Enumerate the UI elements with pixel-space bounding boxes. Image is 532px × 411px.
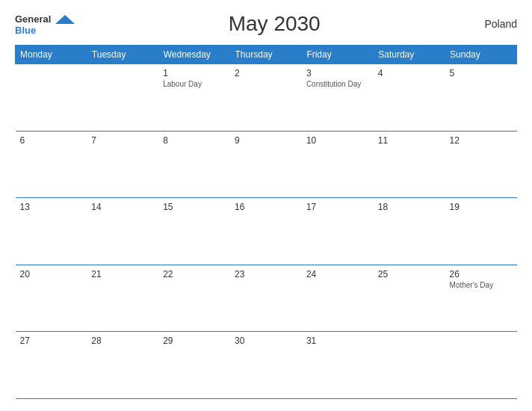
day-number: 12 bbox=[450, 135, 513, 146]
day-number: 10 bbox=[306, 135, 369, 146]
calendar-cell bbox=[445, 332, 517, 399]
calendar-cell: 19 bbox=[445, 198, 517, 265]
day-number: 15 bbox=[163, 202, 226, 212]
calendar-cell: 8 bbox=[158, 131, 230, 198]
calendar-cell: 3Constitution Day bbox=[302, 64, 374, 132]
day-number: 27 bbox=[20, 336, 83, 346]
day-number: 29 bbox=[163, 336, 226, 346]
day-number: 22 bbox=[163, 269, 226, 279]
header-tuesday: Tuesday bbox=[87, 46, 158, 64]
day-number: 30 bbox=[235, 336, 297, 346]
day-number: 13 bbox=[20, 202, 83, 212]
calendar-cell: 6 bbox=[16, 131, 87, 198]
calendar-cell: 14 bbox=[87, 198, 158, 265]
calendar-week-row: 1Labour Day23Constitution Day45 bbox=[16, 64, 517, 132]
calendar-cell: 17 bbox=[302, 198, 374, 265]
calendar-cell: 20 bbox=[16, 265, 87, 332]
month-title: May 2030 bbox=[76, 12, 472, 36]
day-number: 4 bbox=[378, 68, 441, 78]
calendar-cell: 21 bbox=[87, 265, 158, 332]
weekday-header-row: Monday Tuesday Wednesday Thursday Friday… bbox=[16, 46, 517, 64]
header-saturday: Saturday bbox=[374, 46, 445, 64]
calendar-cell: 24 bbox=[302, 265, 374, 332]
day-number: 8 bbox=[163, 135, 226, 146]
calendar-cell: 23 bbox=[230, 265, 302, 332]
day-number: 25 bbox=[378, 269, 441, 279]
day-number: 16 bbox=[235, 202, 297, 212]
calendar: Monday Tuesday Wednesday Thursday Friday… bbox=[15, 45, 517, 399]
logo-flag-icon bbox=[54, 13, 76, 25]
calendar-cell: 15 bbox=[158, 198, 230, 265]
calendar-cell: 29 bbox=[158, 332, 230, 399]
calendar-cell: 12 bbox=[445, 131, 517, 198]
calendar-cell: 10 bbox=[302, 131, 374, 198]
day-number: 20 bbox=[20, 269, 83, 279]
calendar-cell: 2 bbox=[230, 64, 302, 132]
calendar-week-row: 6789101112 bbox=[16, 131, 517, 198]
calendar-cell: 13 bbox=[16, 198, 87, 265]
header: General Blue May 2030 Poland bbox=[15, 12, 517, 36]
header-monday: Monday bbox=[16, 46, 87, 64]
day-number: 28 bbox=[91, 336, 154, 346]
calendar-week-row: 13141516171819 bbox=[16, 198, 517, 265]
country-label: Poland bbox=[472, 18, 517, 30]
calendar-cell: 1Labour Day bbox=[158, 64, 230, 132]
calendar-cell: 28 bbox=[87, 332, 158, 399]
day-number: 19 bbox=[450, 202, 513, 212]
day-number: 6 bbox=[20, 135, 83, 146]
calendar-cell: 25 bbox=[374, 265, 445, 332]
day-number: 31 bbox=[306, 336, 369, 346]
logo-blue-text: Blue bbox=[15, 25, 36, 35]
day-number: 18 bbox=[378, 202, 441, 212]
calendar-cell: 4 bbox=[374, 64, 445, 132]
calendar-cell: 9 bbox=[230, 131, 302, 198]
day-number: 1 bbox=[163, 68, 226, 78]
day-number: 11 bbox=[378, 135, 441, 146]
day-number: 2 bbox=[235, 68, 297, 78]
holiday-name: Constitution Day bbox=[306, 80, 369, 88]
day-number: 7 bbox=[91, 135, 154, 146]
page: General Blue May 2030 Poland Monday Tues… bbox=[0, 0, 532, 411]
calendar-cell bbox=[87, 64, 158, 132]
calendar-cell bbox=[16, 64, 87, 132]
header-thursday: Thursday bbox=[230, 46, 302, 64]
calendar-cell: 11 bbox=[374, 131, 445, 198]
day-number: 17 bbox=[306, 202, 369, 212]
logo-general-text: General bbox=[15, 14, 51, 24]
calendar-cell: 30 bbox=[230, 332, 302, 399]
day-number: 14 bbox=[91, 202, 154, 212]
calendar-cell: 22 bbox=[158, 265, 230, 332]
calendar-cell: 18 bbox=[374, 198, 445, 265]
calendar-cell bbox=[374, 332, 445, 399]
calendar-cell: 27 bbox=[16, 332, 87, 399]
day-number: 9 bbox=[235, 135, 297, 146]
day-number: 21 bbox=[91, 269, 154, 279]
header-sunday: Sunday bbox=[445, 46, 517, 64]
calendar-cell: 5 bbox=[445, 64, 517, 132]
day-number: 5 bbox=[450, 68, 513, 78]
svg-marker-0 bbox=[55, 15, 75, 24]
calendar-cell: 26Mother's Day bbox=[445, 265, 517, 332]
day-number: 26 bbox=[450, 269, 513, 279]
calendar-cell: 31 bbox=[302, 332, 374, 399]
calendar-cell: 16 bbox=[230, 198, 302, 265]
calendar-cell: 7 bbox=[87, 131, 158, 198]
header-wednesday: Wednesday bbox=[158, 46, 230, 64]
logo: General Blue bbox=[15, 13, 76, 35]
header-friday: Friday bbox=[302, 46, 374, 64]
holiday-name: Mother's Day bbox=[450, 281, 513, 289]
day-number: 23 bbox=[235, 269, 297, 279]
calendar-week-row: 20212223242526Mother's Day bbox=[16, 265, 517, 332]
day-number: 24 bbox=[306, 269, 369, 279]
calendar-week-row: 2728293031 bbox=[16, 332, 517, 399]
holiday-name: Labour Day bbox=[163, 80, 226, 88]
day-number: 3 bbox=[306, 68, 369, 78]
